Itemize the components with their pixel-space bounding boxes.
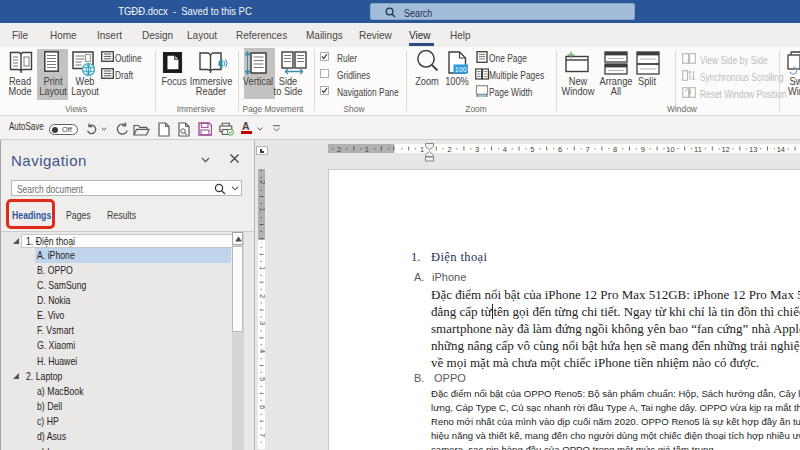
svg-text:11: 11 — [694, 145, 702, 154]
svg-text:9: 9 — [641, 145, 645, 154]
svg-text:4: 4 — [503, 145, 507, 154]
svg-text:13: 13 — [749, 145, 757, 154]
svg-text:8: 8 — [613, 145, 617, 154]
svg-text:5: 5 — [258, 377, 265, 381]
svg-text:3: 3 — [475, 145, 479, 154]
svg-text:7: 7 — [586, 145, 590, 154]
svg-text:10: 10 — [666, 145, 674, 154]
svg-text:1: 1 — [258, 207, 265, 211]
svg-text:6: 6 — [558, 145, 562, 154]
svg-text:2: 2 — [258, 180, 265, 184]
svg-text:12: 12 — [721, 145, 729, 154]
svg-text:100: 100 — [455, 66, 467, 73]
svg-text:5: 5 — [530, 145, 534, 154]
svg-text:14: 14 — [777, 145, 785, 154]
svg-text:2: 2 — [337, 145, 341, 154]
svg-text:1: 1 — [365, 145, 369, 154]
svg-text:2: 2 — [448, 145, 452, 154]
